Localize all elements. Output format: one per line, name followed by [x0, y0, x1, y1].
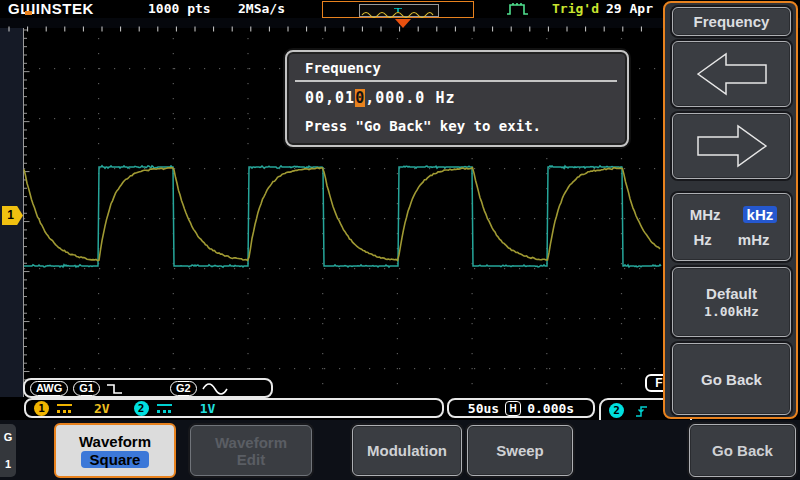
- unit-mhz[interactable]: MHz: [686, 206, 725, 223]
- dialog-title: Frequency: [305, 60, 381, 76]
- rising-edge-trigger-icon: [634, 403, 650, 419]
- unit-khz-selected[interactable]: kHz: [743, 206, 778, 223]
- memory-window-indicator: [322, 1, 474, 18]
- ch1-scale: 2V: [94, 401, 110, 416]
- frequency-value: 00,010,000.0 Hz: [305, 89, 455, 107]
- unit-mhz-milli[interactable]: mHz: [734, 231, 774, 248]
- dialog-separator: [295, 80, 617, 82]
- arrow-left-icon: [692, 48, 772, 100]
- trigger-position-marker[interactable]: [395, 19, 411, 28]
- record-length: 1000 pts: [148, 1, 211, 16]
- default-value: 1.00kHz: [704, 304, 759, 319]
- ch2-dc-coupling-icon: [157, 404, 172, 413]
- horizontal-offset: 0.000s: [527, 401, 574, 416]
- g2-badge: G2: [170, 381, 197, 396]
- logo-text: G: [8, 0, 20, 17]
- unit-select-button[interactable]: MHz kHz Hz mHz: [672, 193, 791, 261]
- ch2-badge[interactable]: 2: [134, 401, 149, 416]
- logo-accent: [25, 11, 32, 15]
- sweep-button[interactable]: Sweep: [467, 425, 573, 476]
- default-button[interactable]: Default 1.00kHz: [672, 267, 791, 337]
- sine-wave-icon: [202, 382, 228, 395]
- arrow-right-icon: [692, 120, 772, 172]
- timebase-status: 50us H 0.000s: [447, 398, 595, 418]
- frequency-dialog: Frequency 00,010,000.0 Hz Press "Go Back…: [285, 50, 629, 147]
- date-display: 29 Apr: [606, 1, 653, 16]
- menu-go-back-button[interactable]: Go Back: [689, 424, 796, 477]
- generator-status-bar: AWG G1 G2: [23, 378, 273, 398]
- modulation-button[interactable]: Modulation: [352, 425, 462, 476]
- bottom-menu-bar: G 1 Waveform Square Waveform Edit Modula…: [0, 420, 800, 480]
- horizontal-position-icon: H: [505, 401, 521, 416]
- ch1-badge[interactable]: 1: [34, 401, 49, 416]
- unit-hz[interactable]: Hz: [689, 231, 715, 248]
- default-label: Default: [706, 285, 757, 302]
- trigger-source-badge: 2: [609, 403, 624, 418]
- brand-logo: GШINSTEK: [8, 0, 94, 17]
- cursor-right-button[interactable]: [672, 113, 791, 179]
- generator-tab: G 1: [0, 424, 16, 477]
- softkey-sidebar: Frequency MHz kHz Hz mHz Default 1.00kHz: [663, 1, 798, 419]
- dialog-hint: Press "Go Back" key to exit.: [305, 118, 541, 134]
- channel-status-bar: 1 2V 2 1V: [24, 398, 444, 418]
- waveform-label: Waveform: [79, 433, 151, 450]
- sidebar-title: Frequency: [672, 7, 791, 36]
- logo-rest: INSTEK: [36, 0, 94, 17]
- ch2-scale: 1V: [200, 401, 216, 416]
- waveform-edit-button-disabled: Waveform Edit: [190, 425, 312, 476]
- trigger-status: Trig'd: [552, 1, 599, 16]
- cursor-left-button[interactable]: [672, 41, 791, 107]
- ch1-dc-coupling-icon: [57, 404, 72, 413]
- awg-badge: AWG: [30, 381, 68, 396]
- oscilloscope-screen: GШINSTEK 1000 pts 2MSa/s Trig'd 29 Apr 1…: [0, 0, 800, 480]
- waveform-button-active[interactable]: Waveform Square: [54, 423, 176, 478]
- logo-w-glyph: Ш: [20, 0, 36, 17]
- square-wave-icon: [105, 382, 125, 395]
- sidebar-go-back-button[interactable]: Go Back: [672, 343, 791, 415]
- sample-rate: 2MSa/s: [238, 1, 285, 16]
- waveform-value-pill: Square: [81, 451, 150, 468]
- timebase-scale: 50us: [468, 401, 499, 416]
- g1-badge: G1: [73, 381, 100, 396]
- edit-cursor: 0: [355, 89, 365, 107]
- run-pulse-icon: [505, 2, 531, 16]
- memory-waveform-thumbnail: [359, 4, 439, 17]
